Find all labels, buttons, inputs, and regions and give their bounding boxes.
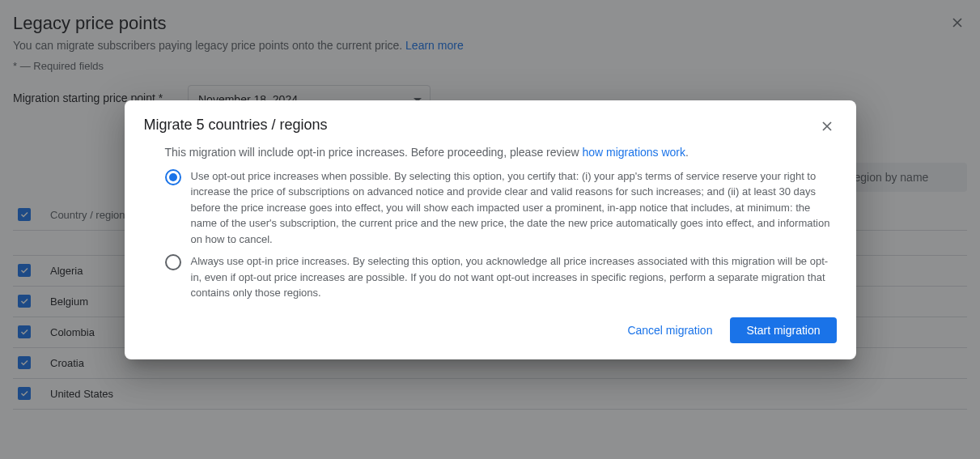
cancel-migration-button[interactable]: Cancel migration bbox=[616, 317, 723, 343]
dialog-close-icon[interactable] bbox=[817, 117, 837, 136]
start-migration-button[interactable]: Start migration bbox=[730, 317, 836, 343]
radio-opt-out-label: Use opt-out price increases when possibl… bbox=[191, 168, 837, 248]
dialog-intro: This migration will include opt-in price… bbox=[165, 146, 837, 159]
migrate-dialog: Migrate 5 countries / regions This migra… bbox=[125, 100, 856, 359]
dialog-title: Migrate 5 countries / regions bbox=[144, 117, 328, 134]
intro-pre: This migration will include opt-in price… bbox=[165, 146, 583, 159]
radio-opt-in[interactable] bbox=[165, 254, 181, 270]
modal-scrim: Migrate 5 countries / regions This migra… bbox=[0, 0, 980, 459]
intro-post: . bbox=[685, 146, 689, 159]
how-migrations-work-link[interactable]: how migrations work bbox=[582, 146, 685, 159]
radio-opt-in-label: Always use opt-in price increases. By se… bbox=[191, 253, 837, 301]
radio-opt-out[interactable] bbox=[165, 169, 181, 185]
